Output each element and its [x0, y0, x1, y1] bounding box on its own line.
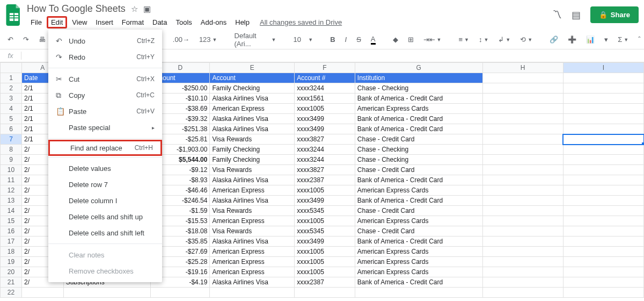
cell[interactable]: Chase - Credit Card	[355, 134, 482, 145]
cell[interactable]: American Express Cards	[355, 247, 482, 257]
rotate-button[interactable]: ⟲▼	[517, 33, 536, 46]
cell[interactable]	[482, 134, 563, 145]
cell[interactable]	[482, 185, 563, 196]
col-header-I[interactable]: I	[563, 63, 643, 73]
strike-button[interactable]: S	[353, 33, 364, 46]
cell[interactable]: American Express	[210, 247, 295, 257]
cell[interactable]: xxxx5345	[295, 206, 355, 216]
cell[interactable]	[563, 247, 643, 257]
cell[interactable]: Alaska Airlines Visa	[210, 277, 295, 288]
cell[interactable]: Alaska Airlines Visa	[210, 196, 295, 206]
cell[interactable]: Bank of America - Credit Card	[355, 114, 482, 124]
cell[interactable]	[482, 226, 563, 236]
cell[interactable]: Account #	[295, 73, 355, 83]
cell[interactable]	[563, 216, 643, 226]
cell[interactable]: Institution	[355, 73, 482, 83]
borders-button[interactable]: ⊞	[405, 33, 417, 46]
cell[interactable]	[482, 267, 563, 277]
font-select[interactable]: Default (Ari...▼	[231, 30, 280, 50]
cell[interactable]	[563, 94, 643, 104]
cell[interactable]: Chase - Credit Card	[355, 226, 482, 236]
cell[interactable]	[563, 155, 643, 165]
menu-file[interactable]: File	[27, 16, 46, 28]
row-number[interactable]: 9	[1, 155, 22, 165]
cell[interactable]: Bank of America - Credit Card	[355, 236, 482, 247]
cell[interactable]	[482, 73, 563, 83]
saved-status[interactable]: All changes saved in Drive	[260, 18, 342, 26]
cell[interactable]: American Express Cards	[355, 216, 482, 226]
cell[interactable]	[482, 124, 563, 134]
menu-insert[interactable]: Insert	[92, 16, 117, 28]
row-number[interactable]: 6	[1, 124, 22, 134]
cell[interactable]: xxxx2387	[295, 277, 355, 288]
cell[interactable]: xxxx1005	[295, 104, 355, 114]
row-number[interactable]: 7	[1, 134, 22, 145]
row-number[interactable]: 8	[1, 145, 22, 155]
cell[interactable]: Family Checking	[210, 145, 295, 155]
cell[interactable]: xxxx1005	[295, 267, 355, 277]
explore-trend-icon[interactable]: 〽	[552, 9, 562, 20]
cell[interactable]	[482, 257, 563, 267]
cell[interactable]: American Express	[210, 216, 295, 226]
cell[interactable]	[482, 145, 563, 155]
cell[interactable]: Family Checking	[210, 155, 295, 165]
cell[interactable]: Chase - Checking	[355, 145, 482, 155]
menu-help[interactable]: Help	[231, 16, 253, 28]
row-number[interactable]: 5	[1, 114, 22, 124]
italic-button[interactable]: I	[342, 33, 350, 46]
cell[interactable]: xxxx3827	[295, 134, 355, 145]
menu-delete-row[interactable]: Delete row 7	[48, 176, 162, 192]
cell[interactable]: xxxx3499	[295, 124, 355, 134]
cell[interactable]	[563, 267, 643, 277]
col-header-F[interactable]: F	[295, 63, 355, 73]
cell[interactable]: Visa Rewards	[210, 226, 295, 236]
row-number[interactable]: 19	[1, 257, 22, 267]
cell[interactable]	[563, 257, 643, 267]
row-number[interactable]: 21	[1, 277, 22, 288]
cell[interactable]	[482, 94, 563, 104]
valign-button[interactable]: ↕▼	[475, 33, 492, 46]
cell[interactable]: Account	[210, 73, 295, 83]
cell[interactable]	[563, 236, 643, 247]
col-header-E[interactable]: E	[210, 63, 295, 73]
cell[interactable]: xxxx3827	[295, 165, 355, 175]
cell[interactable]: xxxx3244	[295, 155, 355, 165]
cell[interactable]	[563, 196, 643, 206]
cell[interactable]: Visa Rewards	[210, 206, 295, 216]
menu-paste-special[interactable]: Paste special ▸	[48, 119, 162, 135]
menu-paste[interactable]: 📋 Paste Ctrl+V	[48, 103, 162, 119]
row-number[interactable]: 10	[1, 165, 22, 175]
text-color-button[interactable]: A	[368, 33, 379, 47]
cell[interactable]	[482, 216, 563, 226]
link-button[interactable]: 🔗	[546, 33, 561, 46]
cell[interactable]	[482, 114, 563, 124]
cell[interactable]: Alaska Airlines Visa	[210, 94, 295, 104]
cell[interactable]	[563, 277, 643, 288]
move-folder-icon[interactable]: ▣	[143, 4, 151, 14]
cell[interactable]: American Express Cards	[355, 104, 482, 114]
cell[interactable]: Bank of America - Credit Card	[355, 94, 482, 104]
row-number[interactable]: 18	[1, 247, 22, 257]
cell[interactable]: Alaska Airlines Visa	[210, 114, 295, 124]
cell[interactable]	[563, 114, 643, 124]
menu-addons[interactable]: Add-ons	[197, 16, 230, 28]
row-number[interactable]: 12	[1, 185, 22, 196]
cell[interactable]: Visa Rewards	[210, 134, 295, 145]
dec-increase-button[interactable]: .00→	[170, 33, 193, 46]
cell[interactable]: Family Checking	[210, 83, 295, 94]
menu-delete-shift-left[interactable]: Delete cells and shift left	[48, 225, 162, 241]
cell[interactable]	[563, 175, 643, 185]
menu-delete-values[interactable]: Delete values	[48, 160, 162, 176]
doc-title[interactable]: How To Google Sheets ☆ ▣	[27, 3, 342, 15]
menu-delete-shift-up[interactable]: Delete cells and shift up	[48, 209, 162, 225]
cell[interactable]: xxxx1005	[295, 185, 355, 196]
cell[interactable]	[563, 185, 643, 196]
menu-tools[interactable]: Tools	[172, 16, 195, 28]
menu-edit[interactable]: Edit	[47, 16, 67, 28]
redo-button[interactable]: ↷	[20, 33, 32, 46]
halign-button[interactable]: ≡▼	[455, 33, 472, 46]
row-number[interactable]: 4	[1, 104, 22, 114]
cell[interactable]: American Express	[210, 185, 295, 196]
col-header-H[interactable]: H	[482, 63, 563, 73]
row-number[interactable]: 16	[1, 226, 22, 236]
